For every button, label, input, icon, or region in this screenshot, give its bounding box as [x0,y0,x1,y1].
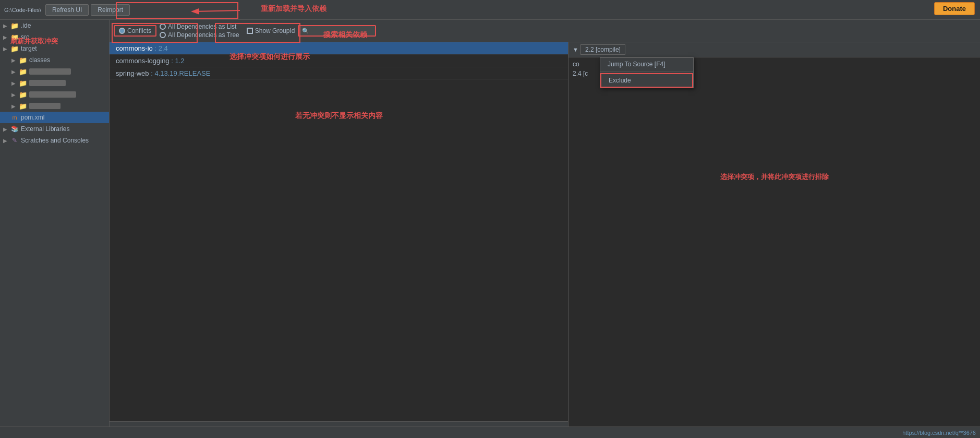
all-deps-tree-option[interactable]: All Dependencies as Tree [160,31,239,39]
sidebar-item-label: target [21,45,37,52]
exclude-item[interactable]: Exclude [600,73,693,88]
arrow-icon: ▶ [3,34,10,40]
folder-icon: 📁 [19,79,27,87]
dep-name: commons-io [116,44,153,52]
sidebar-item-label: src [21,33,29,41]
arrow-icon: ▶ [3,23,10,29]
version-badge: 2.2 [compile] [580,44,625,55]
sidebar-item-ext-libs[interactable]: ▶ 📚 External Libraries [0,123,109,135]
empty-note: 若无冲突则不显示相关内容 [295,111,383,120]
search-icon: 🔍 [302,28,309,34]
dep-version: : 1.2 [171,57,184,65]
folder-icon: 📁 [19,56,27,64]
right-pane-content: co 2.4 [c Jump To Source [F4] Exclude om… [568,57,980,215]
donate-button[interactable]: Donate [934,2,975,15]
arrow-icon: ▶ [3,46,10,52]
right-row-version: 2.4 [c [573,70,588,77]
right-row-co: co [573,61,579,68]
arrow-icon: ▶ [3,115,10,121]
folder-icon: 📁 [10,21,19,30]
sidebar-item-blurred3[interactable]: ▶ 📁 [0,89,109,100]
sidebar-item-classes[interactable]: ▶ 📁 classes [0,54,109,66]
search-box[interactable]: 🔍 [298,25,376,37]
jump-to-source-item[interactable]: Jump To Source [F4] [600,58,693,70]
content-area: Conflicts All Dependencies as List All D… [110,20,980,438]
sidebar-item-blurred1[interactable]: ▶ 📁 [0,66,109,77]
arrow-icon: ▶ [3,126,10,132]
right-pane: ▼ 2.2 [compile] co 2.4 [c Jump To Source… [568,42,980,438]
folder-icon: 📁 [10,44,19,53]
sidebar-item-label: classes [29,56,50,64]
arrow-icon: ▶ [11,80,19,86]
reimport-button[interactable]: Reimport [91,4,130,16]
project-path: G:\Code-Files\ [4,7,41,13]
lib-icon: 📚 [10,125,19,133]
folder-icon: 📁 [19,102,27,110]
toolbar-row: Conflicts All Dependencies as List All D… [110,20,980,42]
sidebar: ▶ 📁 .ide ▶ 📁 src ▶ 📁 target ▶ 📁 classes … [0,20,110,438]
status-url: https://blog.csdn.net/q**3676 [902,430,976,436]
all-deps-list-option[interactable]: All Dependencies as List [160,23,239,30]
sidebar-item-label [29,80,66,86]
sidebar-item-label [29,103,61,109]
sidebar-item-ide[interactable]: ▶ 📁 .ide [0,20,109,31]
empty-note-container: 若无冲突则不显示相关内容 [110,111,568,121]
dep-list: commons-io : 2.4 commons-logging : 1.2 s… [110,42,568,421]
menu-separator [600,72,693,72]
left-pane: commons-io : 2.4 commons-logging : 1.2 s… [110,42,568,438]
dep-version: : 2.4 [154,44,167,52]
sidebar-item-label [29,68,71,75]
dep-options: All Dependencies as List All Dependencie… [160,23,239,39]
sidebar-item-src[interactable]: ▶ 📁 src [0,31,109,43]
exclude-annotation: 选择冲突项，并将此冲突项进行排除 [571,141,978,213]
all-deps-list-label: All Dependencies as List [168,23,236,30]
split-pane: commons-io : 2.4 commons-logging : 1.2 s… [110,42,980,438]
refresh-ui-button[interactable]: Refresh UI [45,4,89,16]
context-menu: Jump To Source [F4] Exclude [600,57,694,88]
sidebar-item-label: External Libraries [21,125,69,133]
arrow-icon: ▶ [11,69,19,75]
top-bar: G:\Code-Files\ Refresh UI Reimport Donat… [0,0,980,20]
pom-icon: m [10,113,19,122]
all-deps-tree-label: All Dependencies as Tree [168,31,239,39]
status-bar: https://blog.csdn.net/q**3676 [0,427,980,438]
scratch-icon: ✎ [10,136,19,145]
radio-empty-icon [160,32,166,38]
sidebar-item-blurred4[interactable]: ▶ 📁 [0,100,109,112]
radio-selected-icon [119,28,125,34]
conflicts-label: Conflicts [127,27,151,34]
show-group-id-option[interactable]: Show GroupId [247,27,295,34]
dep-item-spring-web[interactable]: spring-web : 4.13.19.RELEASE [110,67,568,80]
main-layout: ▶ 📁 .ide ▶ 📁 src ▶ 📁 target ▶ 📁 classes … [0,20,980,438]
dep-item-commons-io[interactable]: commons-io : 2.4 [110,42,568,55]
dep-item-commons-logging[interactable]: commons-logging : 1.2 [110,55,568,67]
sidebar-item-blurred2[interactable]: ▶ 📁 [0,77,109,89]
show-group-id-label: Show GroupId [255,27,295,34]
sidebar-item-pom[interactable]: ▶ m pom.xml [0,112,109,123]
right-pane-header: ▼ 2.2 [compile] [568,42,980,57]
dep-version: : 4.13.19.RELEASE [151,69,210,77]
arrow-icon: ▶ [11,57,19,63]
arrow-icon: ▶ [11,103,19,109]
expand-arrow-icon: ▼ [573,46,578,53]
dep-name: spring-web [116,69,149,77]
folder-icon: 📁 [10,33,19,41]
search-input[interactable] [311,27,372,34]
arrow-icon: ▶ [11,92,19,98]
sidebar-item-scratches[interactable]: ▶ ✎ Scratches and Consoles [0,135,109,146]
folder-icon: 📁 [19,90,27,99]
conflicts-radio[interactable]: Conflicts [114,25,156,37]
sidebar-item-label: .ide [21,22,31,29]
sidebar-item-label: pom.xml [21,114,44,121]
sidebar-item-label: Scratches and Consoles [21,137,89,144]
dep-name: commons-logging [116,57,170,65]
sidebar-item-label [29,91,76,98]
radio-empty-icon [160,23,166,30]
checkbox-icon [247,28,253,34]
sidebar-item-target[interactable]: ▶ 📁 target [0,43,109,54]
arrow-icon: ▶ [3,138,10,144]
folder-icon: 📁 [19,67,27,76]
